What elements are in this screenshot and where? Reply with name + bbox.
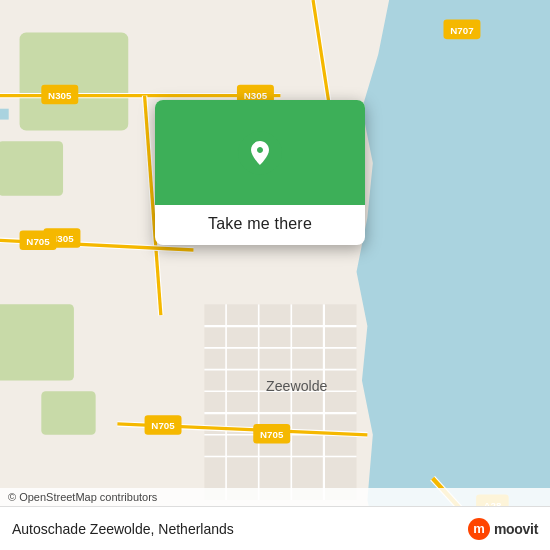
bottom-bar: Autoschade Zeewolde, Netherlands m moovi…	[0, 506, 550, 550]
popup-button-area: Take me there	[155, 205, 365, 245]
location-label: Autoschade Zeewolde, Netherlands	[12, 521, 234, 537]
svg-rect-6	[0, 141, 63, 195]
svg-text:N707: N707	[450, 25, 473, 36]
attribution-bar: © OpenStreetMap contributors	[0, 488, 550, 506]
attribution-text: © OpenStreetMap contributors	[8, 491, 157, 503]
svg-text:N705: N705	[151, 420, 175, 431]
svg-rect-3	[0, 109, 9, 120]
popup-green-header	[155, 100, 365, 205]
moovit-logo: m moovit	[468, 518, 538, 540]
svg-text:N705: N705	[26, 236, 50, 247]
svg-rect-5	[20, 33, 129, 131]
moovit-text: moovit	[494, 521, 538, 537]
svg-text:Zeewolde: Zeewolde	[266, 378, 327, 394]
take-me-there-button[interactable]: Take me there	[208, 215, 312, 233]
svg-text:N705: N705	[260, 429, 284, 440]
svg-marker-4	[357, 0, 550, 550]
svg-text:N305: N305	[48, 90, 72, 101]
popup-card: Take me there	[155, 100, 365, 245]
svg-rect-7	[0, 304, 74, 380]
moovit-icon: m	[468, 518, 490, 540]
map-background: N305 N305 N305 N707 N705 N705 N705 A28 Z…	[0, 0, 550, 550]
svg-rect-8	[41, 391, 95, 434]
location-pin-icon	[238, 131, 282, 175]
svg-rect-9	[204, 304, 356, 500]
map-container: N305 N305 N305 N707 N705 N705 N705 A28 Z…	[0, 0, 550, 550]
